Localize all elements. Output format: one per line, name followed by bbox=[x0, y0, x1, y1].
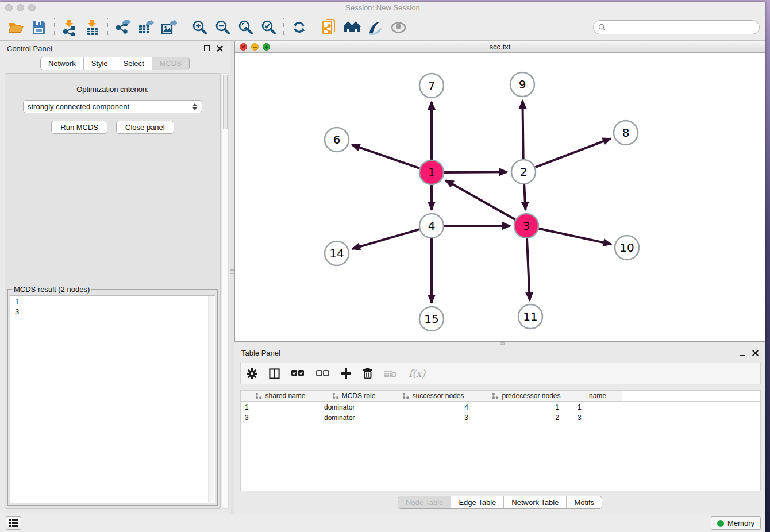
column-header-mcds-role[interactable]: MCDS role bbox=[321, 391, 387, 401]
cell-mcds-role[interactable]: dominator bbox=[321, 403, 387, 411]
open-session-button[interactable] bbox=[5, 17, 28, 38]
node-3[interactable]: 3 bbox=[514, 214, 538, 238]
import-network-button[interactable] bbox=[58, 17, 81, 38]
cell-successor-nodes[interactable]: 3 bbox=[387, 414, 480, 422]
node-4[interactable]: 4 bbox=[419, 214, 444, 238]
tab-edge-table[interactable]: Edge Table bbox=[451, 496, 503, 508]
edge-3-11[interactable] bbox=[527, 238, 530, 300]
vertical-splitter[interactable] bbox=[230, 41, 234, 514]
tab-node-table[interactable]: Node Table bbox=[398, 496, 451, 508]
search-box[interactable] bbox=[593, 20, 760, 34]
node-15[interactable]: 15 bbox=[419, 307, 444, 331]
task-history-button[interactable] bbox=[6, 516, 21, 530]
result-scrollbar[interactable] bbox=[208, 296, 214, 502]
node-table[interactable]: shared name MCDS role successor nodes bbox=[240, 390, 761, 491]
close-panel-icon[interactable] bbox=[752, 350, 759, 356]
node-7[interactable]: 7 bbox=[419, 74, 444, 98]
desktop-background: Session: New Session bbox=[0, 0, 770, 532]
toolbar-separator bbox=[184, 18, 184, 37]
node-1[interactable]: 1 bbox=[419, 160, 444, 184]
edge-3-1[interactable] bbox=[445, 180, 515, 220]
edge-4-14[interactable] bbox=[352, 229, 419, 249]
cell-shared-name[interactable]: 1 bbox=[241, 403, 321, 411]
cell-predecessor-nodes[interactable]: 2 bbox=[480, 414, 573, 422]
graphics-details-button[interactable] bbox=[387, 17, 410, 38]
cell-shared-name[interactable]: 3 bbox=[241, 414, 321, 422]
float-panel-icon[interactable] bbox=[740, 350, 745, 356]
node-label: 3 bbox=[523, 219, 530, 233]
column-header-successor-nodes[interactable]: successor nodes bbox=[387, 391, 480, 401]
splitter-handle[interactable] bbox=[230, 269, 234, 274]
zoom-in-button[interactable] bbox=[188, 17, 211, 38]
column-header-shared-name[interactable]: shared name bbox=[241, 391, 321, 401]
clone-network-button[interactable] bbox=[318, 17, 341, 38]
table-row[interactable]: 1 dominator 4 1 1 bbox=[241, 403, 760, 412]
cell-name[interactable]: 1 bbox=[573, 403, 622, 411]
tab-network[interactable]: Network bbox=[41, 57, 83, 70]
cell-name[interactable]: 3 bbox=[573, 414, 622, 422]
run-mcds-button[interactable]: Run MCDS bbox=[51, 121, 107, 134]
import-table-button[interactable] bbox=[81, 17, 104, 38]
network-minimize-button[interactable] bbox=[251, 43, 259, 51]
criterion-dropdown[interactable]: strongly connected component bbox=[23, 100, 202, 113]
control-panel-scrollbar[interactable] bbox=[222, 73, 229, 509]
edge-1-2[interactable] bbox=[444, 172, 507, 172]
zoom-out-button[interactable] bbox=[211, 17, 234, 38]
memory-button[interactable]: Memory bbox=[711, 516, 761, 530]
node-2[interactable]: 2 bbox=[511, 160, 536, 184]
edge-2-3[interactable] bbox=[524, 184, 525, 210]
node-10[interactable]: 10 bbox=[615, 236, 639, 260]
node-9[interactable]: 9 bbox=[510, 72, 534, 97]
column-view-icon[interactable] bbox=[269, 368, 280, 379]
column-header-name[interactable]: name bbox=[573, 391, 622, 401]
edge-3-10[interactable] bbox=[539, 229, 611, 244]
refresh-button[interactable] bbox=[287, 17, 310, 38]
node-14[interactable]: 14 bbox=[325, 241, 349, 265]
tab-style[interactable]: Style bbox=[83, 57, 116, 70]
tab-mcds[interactable]: MCDS bbox=[152, 57, 189, 70]
style-paint-button[interactable] bbox=[364, 17, 387, 38]
tab-motifs[interactable]: Motifs bbox=[566, 496, 602, 508]
table-header-row: shared name MCDS role successor nodes bbox=[241, 391, 760, 402]
mcds-result-box[interactable]: 1 3 bbox=[10, 295, 215, 503]
zoom-selected-button[interactable] bbox=[257, 17, 280, 38]
tab-network-table[interactable]: Network Table bbox=[503, 496, 566, 508]
close-panel-icon[interactable] bbox=[217, 45, 223, 52]
home-networks-button[interactable] bbox=[341, 17, 364, 38]
search-input[interactable] bbox=[606, 22, 759, 33]
export-image-button[interactable] bbox=[157, 17, 180, 38]
cell-predecessor-nodes[interactable]: 1 bbox=[480, 403, 573, 411]
edge-1-6[interactable] bbox=[352, 145, 420, 168]
select-all-columns-icon[interactable] bbox=[291, 370, 305, 377]
tab-select[interactable]: Select bbox=[116, 57, 152, 70]
cell-successor-nodes[interactable]: 4 bbox=[387, 403, 480, 411]
delete-column-trash-icon[interactable] bbox=[363, 368, 373, 379]
network-canvas[interactable]: 7968124314101511 bbox=[235, 53, 765, 341]
edge-2-9[interactable] bbox=[522, 101, 523, 159]
export-table-button[interactable] bbox=[134, 17, 157, 38]
float-panel-icon[interactable] bbox=[204, 45, 210, 51]
unselect-all-columns-icon[interactable] bbox=[316, 370, 329, 377]
network-close-button[interactable] bbox=[240, 43, 247, 51]
zoom-fit-icon bbox=[238, 20, 253, 35]
edge-2-8[interactable] bbox=[536, 138, 611, 167]
open-folder-icon bbox=[9, 21, 24, 34]
create-column-plus-icon[interactable] bbox=[341, 368, 351, 379]
network-maximize-button[interactable] bbox=[263, 43, 270, 51]
table-row[interactable]: 3 dominator 3 2 3 bbox=[241, 413, 760, 422]
close-panel-button[interactable]: Close panel bbox=[116, 121, 174, 134]
node-11[interactable]: 11 bbox=[518, 304, 542, 329]
cell-mcds-role[interactable]: dominator bbox=[321, 414, 387, 422]
zoom-fit-button[interactable] bbox=[234, 17, 257, 38]
table-settings-gear-icon[interactable] bbox=[247, 368, 257, 379]
node-8[interactable]: 8 bbox=[614, 121, 638, 145]
network-graph[interactable]: 7968124314101511 bbox=[235, 53, 765, 341]
scrollbar-thumb[interactable] bbox=[223, 75, 228, 129]
mcds-result-fieldset: MCDS result (2 nodes) 1 3 bbox=[7, 285, 218, 506]
column-header-predecessor-nodes[interactable]: predecessor nodes bbox=[480, 391, 573, 401]
splitter-handle[interactable] bbox=[500, 342, 505, 345]
node-6[interactable]: 6 bbox=[325, 128, 349, 152]
save-session-button[interactable] bbox=[28, 17, 51, 38]
export-network-icon bbox=[115, 20, 131, 36]
export-network-button[interactable] bbox=[111, 17, 134, 38]
